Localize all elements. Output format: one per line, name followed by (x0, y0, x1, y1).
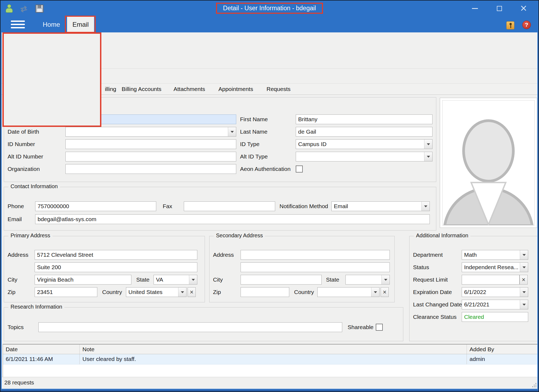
col-header-date[interactable]: Date (3, 344, 80, 354)
save-toolbar-button[interactable] (34, 3, 45, 14)
alt-id-number-field[interactable] (65, 152, 236, 161)
last-name-label: Last Name (240, 127, 268, 137)
help-icon: ? (522, 21, 531, 29)
status-combo[interactable]: Independent Resea... (462, 262, 528, 272)
request-limit-label: Request Limit (413, 275, 448, 285)
chevron-down-icon[interactable] (520, 250, 528, 259)
expiration-date-label: Expiration Date (413, 287, 452, 297)
note-date: 6/1/2021 11:46 AM (3, 354, 80, 364)
note-added-by: admin (467, 354, 538, 364)
maximize-button[interactable] (490, 2, 508, 15)
tab-billing-accounts[interactable]: Billing Accounts (122, 84, 161, 94)
secondary-address-line2-field[interactable] (241, 262, 390, 272)
close-icon (520, 5, 527, 12)
phone-label: Phone (8, 201, 24, 211)
clear-country-button[interactable]: × (381, 287, 389, 297)
primary-address-line2-field[interactable] (35, 262, 197, 272)
primary-address-line1-field[interactable] (35, 250, 197, 260)
alt-id-type-combo[interactable] (296, 152, 432, 161)
notification-method-combo[interactable]: Email (331, 201, 430, 211)
minimize-button[interactable] (466, 2, 484, 15)
refresh-toolbar-button[interactable]: ⇄ (18, 3, 29, 14)
col-header-added-by[interactable]: Added By (467, 344, 538, 354)
user-toolbar-button[interactable] (4, 3, 15, 14)
primary-country-combo[interactable]: United States (126, 287, 187, 297)
clear-request-limit-button[interactable]: × (520, 275, 528, 285)
state-label: State (326, 275, 339, 285)
dob-label: Date of Birth (8, 127, 39, 137)
note-text: User cleared by staff. (80, 354, 467, 364)
alt-id-type-label: Alt ID Type (240, 152, 268, 161)
clear-x-icon: × (190, 289, 193, 296)
close-button[interactable] (515, 2, 533, 15)
fax-field[interactable] (184, 201, 275, 211)
chevron-down-icon[interactable] (421, 202, 430, 211)
chevron-down-icon[interactable] (520, 288, 528, 297)
chevron-down-icon[interactable] (371, 288, 379, 297)
notes-table: Date Note Added By 6/1/2021 11:46 AM Use… (3, 344, 538, 377)
secondary-country-combo[interactable] (317, 287, 380, 297)
research-info-label: Research Information (8, 304, 64, 310)
chevron-down-icon[interactable] (228, 127, 236, 136)
primary-zip-field[interactable] (35, 287, 97, 297)
status-label: Status (413, 262, 429, 272)
col-header-note[interactable]: Note (80, 344, 467, 354)
organization-field[interactable] (65, 164, 236, 174)
secondary-address-line1-field[interactable] (241, 250, 390, 260)
expiration-date-combo[interactable]: 6/1/2022 (462, 287, 528, 297)
window-right-edge (537, 32, 538, 389)
clearance-status-value: Cleared (462, 312, 528, 322)
state-label: State (136, 275, 149, 285)
id-type-combo[interactable]: Campus ID (296, 139, 432, 149)
chevron-down-icon[interactable] (424, 140, 432, 149)
primary-state-combo[interactable]: VA (154, 275, 197, 285)
secondary-state-combo[interactable] (345, 275, 390, 285)
chevron-down-icon[interactable] (381, 275, 390, 284)
last-changed-date-label: Last Changed Date (413, 300, 462, 309)
table-row[interactable]: 6/1/2021 11:46 AM User cleared by staff.… (3, 354, 538, 364)
avatar-placeholder-icon (442, 100, 535, 225)
chevron-down-icon[interactable] (520, 300, 528, 309)
last-name-field[interactable] (296, 127, 432, 137)
menu-item-clearuser[interactable]: ClearUser (5, 72, 97, 85)
tab-billing-partial[interactable]: illing (105, 84, 116, 94)
phone-field[interactable] (35, 201, 156, 211)
topics-field[interactable] (38, 322, 342, 332)
department-combo[interactable]: Math (462, 250, 528, 260)
primary-city-field[interactable] (35, 275, 131, 285)
tab-home[interactable]: Home (35, 17, 68, 32)
secondary-city-field[interactable] (241, 275, 322, 285)
chevron-down-icon[interactable] (178, 288, 186, 297)
chevron-down-icon[interactable] (189, 275, 197, 284)
additional-info-label: Additional Information (414, 232, 470, 239)
menu-item-mergeuser[interactable]: MergeUser (5, 98, 97, 111)
secondary-zip-field[interactable] (241, 287, 289, 297)
request-limit-field[interactable] (462, 275, 520, 285)
first-name-field[interactable] (296, 114, 432, 124)
zip-label: Zip (8, 287, 15, 297)
resize-grip-icon[interactable] (532, 383, 536, 387)
shareable-checkbox[interactable] (376, 324, 383, 331)
chevron-down-icon[interactable] (520, 263, 528, 272)
menu-button[interactable] (11, 21, 25, 29)
tab-attachments[interactable]: Attachments (174, 84, 205, 94)
menu-item-disavowuser[interactable]: DisavowUser (5, 85, 97, 98)
dob-combo[interactable] (65, 127, 236, 137)
id-number-field[interactable] (65, 139, 236, 149)
last-changed-date-combo[interactable]: 6/21/2021 (462, 300, 528, 309)
notes-table-header: Date Note Added By (3, 344, 538, 354)
menu-item-newuserregistration[interactable]: NewUserRegistration (5, 111, 97, 124)
pushpin-button[interactable] (505, 20, 516, 31)
contact-section-label: Contact Information (8, 183, 60, 190)
secondary-address-label: Secondary Address (214, 232, 265, 239)
email-field[interactable] (35, 214, 430, 224)
aeon-auth-checkbox[interactable] (296, 165, 303, 173)
country-label: Country (294, 287, 314, 297)
tab-email[interactable]: Email (67, 17, 94, 32)
tab-requests[interactable]: Requests (267, 84, 291, 94)
tab-appointments[interactable]: Appointments (218, 84, 253, 94)
help-button[interactable]: ? (521, 19, 532, 30)
clear-country-button[interactable]: × (188, 287, 196, 297)
fax-label: Fax (163, 201, 172, 211)
chevron-down-icon[interactable] (424, 152, 432, 161)
